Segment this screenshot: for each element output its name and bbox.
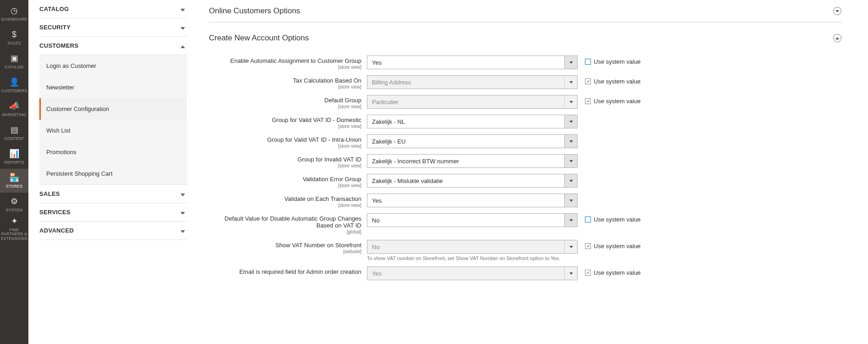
chevron-down-icon <box>180 191 187 197</box>
use-system-checkbox[interactable]: ✓ <box>585 98 591 104</box>
disable-auto-vat-select[interactable]: No <box>367 213 578 227</box>
nav-item-catalog[interactable]: ▣CATALOG <box>0 50 28 73</box>
create-account-fields: Enable Automatic Assignment to Customer … <box>209 53 841 283</box>
use-system-checkbox[interactable] <box>585 216 591 222</box>
marketing-icon: 📣 <box>9 102 19 111</box>
nav-label: STORES <box>6 184 23 189</box>
chevron-down-icon <box>564 194 577 207</box>
chevron-down-icon <box>180 24 187 31</box>
catalog-icon: ▣ <box>11 54 18 63</box>
valid-intra-select[interactable]: Zakelijk - EU <box>367 134 578 148</box>
chevron-up-icon <box>180 43 187 49</box>
chevron-up-icon <box>833 34 841 42</box>
find-partners-extensions-icon: ✦ <box>11 217 18 226</box>
tax-calc-select: Billing Address <box>367 75 578 89</box>
chevron-down-icon <box>564 115 577 128</box>
scope-label: [global] <box>209 229 361 234</box>
row-default-group: Default Group[store view] Particulier ✓U… <box>209 92 841 112</box>
row-valid-intra: Group for Valid VAT ID - Intra-Union[sto… <box>209 132 841 151</box>
row-show-vat: Show VAT Number on Storefront[website] N… <box>209 237 841 264</box>
sidebar-section-label: CATALOG <box>39 6 69 12</box>
field-label: Show VAT Number on Storefront <box>275 242 361 249</box>
nav-item-system[interactable]: ⚙SYSTEM <box>0 193 28 216</box>
nav-item-customers[interactable]: 👤CUSTOMERS <box>0 73 28 97</box>
nav-item-stores[interactable]: 🏪STORES <box>0 169 28 193</box>
sidebar-section-label: ADVANCED <box>39 227 74 234</box>
use-system-label: Use system value <box>594 78 641 85</box>
use-system-checkbox[interactable] <box>585 59 591 65</box>
field-label: Validate on Each Transaction <box>284 195 361 202</box>
chevron-down-icon <box>180 6 187 12</box>
validate-each-select[interactable]: Yes <box>367 194 578 207</box>
chevron-down-icon <box>564 267 577 280</box>
nav-label: CATALOG <box>5 65 23 69</box>
sidebar-section-sales[interactable]: SALES <box>39 185 187 203</box>
customers-icon: 👤 <box>9 78 19 87</box>
field-label: Tax Calculation Based On <box>293 77 361 84</box>
row-tax-calc: Tax Calculation Based On[store view] Bil… <box>209 72 841 92</box>
field-label: Group for Valid VAT ID - Domestic <box>272 117 361 123</box>
sidebar-section-catalog[interactable]: CATALOG <box>39 0 187 18</box>
admin-nav: ◷DASHBOARD$SALES▣CATALOG👤CUSTOMERS📣MARKE… <box>0 0 28 301</box>
sidebar-item-wish-list[interactable]: Wish List <box>39 120 187 141</box>
sidebar-item-login-as-customer[interactable]: Login as Customer <box>39 55 187 77</box>
sidebar-section-label: SALES <box>39 190 60 197</box>
use-system-label: Use system value <box>594 216 641 223</box>
row-disable-auto-vat: Default Value for Disable Automatic Grou… <box>209 211 841 237</box>
nav-label: REPORTS <box>4 161 24 165</box>
section-online-customers[interactable]: Online Customers Options <box>209 0 841 22</box>
nav-item-reports[interactable]: 📊REPORTS <box>0 145 28 169</box>
section-create-account[interactable]: Create New Account Options <box>209 27 841 49</box>
row-valid-domestic: Group for Valid VAT ID - Domestic[store … <box>209 112 841 132</box>
nav-label: SALES <box>8 41 21 45</box>
chevron-down-icon <box>564 56 577 69</box>
chevron-down-icon <box>833 7 841 15</box>
nav-label: CUSTOMERS <box>1 89 27 93</box>
sidebar-section-label: SECURITY <box>39 24 71 31</box>
invalid-vat-select[interactable]: Zakelijk - Incorrect BTW nummer <box>367 154 578 168</box>
sidebar-section-security[interactable]: SECURITY <box>39 18 187 36</box>
sidebar-item-persistent-shopping-cart[interactable]: Persistent Shopping Cart <box>39 163 187 184</box>
sidebar-section-services[interactable]: SERVICES <box>39 203 187 221</box>
nav-label: CONTENT <box>4 137 24 141</box>
scope-label: [store view] <box>209 144 361 149</box>
section-title: Create New Account Options <box>209 33 309 43</box>
use-system-label: Use system value <box>594 98 641 105</box>
reports-icon: 📊 <box>9 150 19 159</box>
dashboard-icon: ◷ <box>11 6 18 16</box>
auto-assign-select[interactable]: Yes <box>367 55 578 69</box>
use-system-checkbox[interactable]: ✓ <box>585 78 591 84</box>
row-invalid-vat: Group for Invalid VAT ID[store view] Zak… <box>209 151 841 171</box>
email-required-select: Yes <box>367 266 578 280</box>
chevron-down-icon <box>564 135 577 148</box>
valid-domestic-select[interactable]: Zakelijk - NL <box>367 115 578 128</box>
chevron-down-icon <box>180 227 187 234</box>
nav-label: FIND PARTNERS & EXTENSIONS <box>0 228 28 241</box>
field-label: Enable Automatic Assignment to Customer … <box>230 57 361 64</box>
sidebar-item-promotions[interactable]: Promotions <box>39 141 187 163</box>
config-sidebar: CATALOGSECURITYCUSTOMERSLogin as Custome… <box>28 0 198 301</box>
scope-label: [store view] <box>209 65 361 70</box>
section-title: Online Customers Options <box>209 6 300 16</box>
field-note: To show VAT number on Storefront, set Sh… <box>367 255 578 261</box>
scope-label: [website] <box>209 249 361 254</box>
use-system-checkbox[interactable]: ✓ <box>585 270 591 276</box>
use-system-checkbox[interactable]: ✓ <box>585 243 591 249</box>
nav-item-find-partners-extensions[interactable]: ✦FIND PARTNERS & EXTENSIONS <box>0 216 28 240</box>
sidebar-section-customers[interactable]: CUSTOMERS <box>39 37 187 55</box>
chevron-down-icon <box>564 174 577 187</box>
validation-err-select[interactable]: Zakelijk - Mislukte validatie <box>367 174 578 188</box>
nav-item-dashboard[interactable]: ◷DASHBOARD <box>0 2 28 26</box>
sidebar-section-label: CUSTOMERS <box>39 42 79 49</box>
field-label: Group for Invalid VAT ID <box>298 156 361 163</box>
nav-item-marketing[interactable]: 📣MARKETING <box>0 97 28 121</box>
sidebar-item-newsletter[interactable]: Newsletter <box>39 77 187 98</box>
chevron-down-icon <box>564 155 577 167</box>
nav-item-sales[interactable]: $SALES <box>0 26 28 50</box>
scope-label: [store view] <box>209 104 361 109</box>
nav-item-content[interactable]: ▤CONTENT <box>0 121 28 145</box>
sidebar-section-advanced[interactable]: ADVANCED <box>39 222 187 239</box>
chevron-down-icon <box>564 76 577 89</box>
sidebar-item-customer-configuration[interactable]: Customer Configuration <box>39 98 187 120</box>
use-system-label: Use system value <box>594 243 641 250</box>
